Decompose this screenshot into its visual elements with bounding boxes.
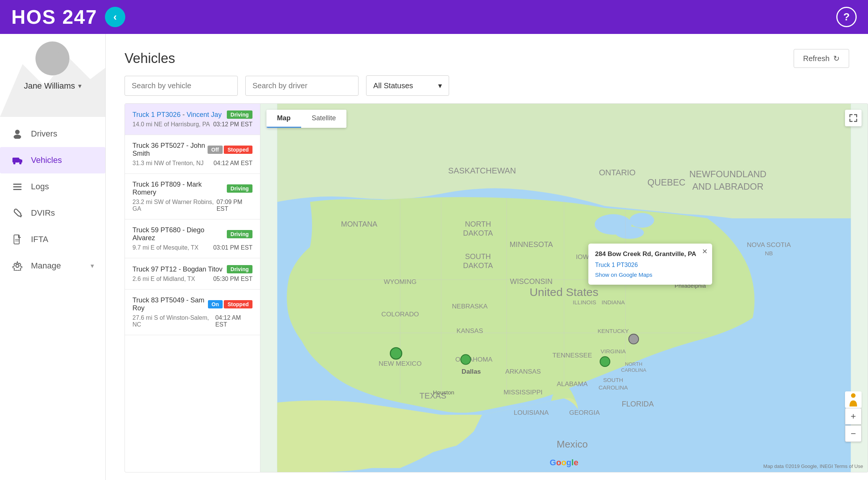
sidebar-item-drivers[interactable]: Drivers (0, 121, 105, 147)
help-button[interactable]: ? (836, 7, 857, 27)
svg-text:United States: United States (529, 285, 598, 298)
svg-text:ONTARIO: ONTARIO (599, 168, 636, 177)
svg-text:NEBRASKA: NEBRASKA (452, 302, 488, 310)
svg-text:COLORADO: COLORADO (382, 310, 419, 318)
map-tabs: Map Satellite (266, 110, 346, 128)
svg-text:MONTANA: MONTANA (341, 220, 377, 228)
status-filter-select[interactable]: All Statuses ▾ (366, 75, 449, 96)
svg-text:KANSAS: KANSAS (457, 327, 483, 334)
svg-point-2 (42, 62, 63, 72)
svg-text:MINNESOTA: MINNESOTA (509, 240, 553, 248)
refresh-button[interactable]: Refresh ↻ (794, 49, 849, 68)
svg-point-75 (461, 354, 471, 364)
svg-text:MISSISSIPPI: MISSISSIPPI (503, 388, 542, 396)
street-view-button[interactable] (845, 391, 862, 408)
popup-googlemaps-link[interactable]: Show on Google Maps (595, 271, 704, 278)
status-badge-on: On (208, 300, 223, 308)
sidebar-item-ifta[interactable]: IFTA (0, 226, 105, 253)
zoom-out-button[interactable]: − (845, 425, 862, 442)
page-title: Vehicles (125, 51, 175, 66)
vehicle-time: 03:12 PM EST (213, 121, 252, 128)
vehicle-name: Truck 83 PT5049 - Sam Roy (132, 296, 208, 312)
status-badge-stopped: Stopped (224, 300, 252, 308)
svg-text:Dallas: Dallas (462, 368, 481, 375)
sidebar-item-logs[interactable]: Logs (0, 173, 105, 200)
svg-text:SASKATCHEWAN: SASKATCHEWAN (448, 166, 516, 175)
vehicle-item-truck1[interactable]: Truck 1 PT3026 - Vincent Jay Driving 14.… (125, 104, 260, 135)
svg-point-76 (390, 348, 402, 359)
manage-chevron-icon: ▾ (91, 262, 94, 270)
search-driver-input[interactable] (245, 76, 359, 96)
vehicle-time: 03:01 PM EST (213, 244, 252, 251)
nav-label-ifta: IFTA (31, 235, 48, 244)
status-badge: Driving (227, 110, 252, 119)
svg-point-20 (615, 227, 644, 239)
svg-text:NEWFOUNDLAND: NEWFOUNDLAND (689, 169, 766, 179)
person-icon (11, 129, 23, 139)
back-button[interactable]: ‹ (105, 7, 125, 27)
svg-text:WISCONSIN: WISCONSIN (510, 277, 553, 285)
status-badge: Driving (227, 184, 252, 193)
nav-label-logs: Logs (31, 182, 49, 192)
svg-text:NORTH: NORTH (465, 220, 491, 228)
map-zoom-controls: + − (845, 408, 862, 442)
app-logo: HOS 247 (11, 6, 97, 28)
status-badge: Driving (227, 230, 252, 238)
profile-name-row[interactable]: Jane Williams ▾ (24, 81, 82, 91)
truck-id-link[interactable]: Truck 1 PT3026 (132, 111, 180, 118)
refresh-label: Refresh (803, 54, 830, 63)
map-attribution: Map data ©2019 Google, INEGI Terms of Us… (763, 463, 863, 469)
popup-truck-link[interactable]: Truck 1 PT3026 (595, 262, 704, 268)
svg-text:INDIANA: INDIANA (602, 299, 625, 305)
sidebar: Jane Williams ▾ Drivers Vehicles (0, 34, 106, 480)
tab-map[interactable]: Map (266, 110, 301, 128)
map-container[interactable]: United States Mexico NEWFOUNDLAND AND LA… (260, 103, 868, 472)
driver-name-link[interactable]: Vincent Jay (186, 111, 222, 118)
sidebar-nav: Drivers Vehicles Logs DVIRs (0, 117, 105, 480)
zoom-in-button[interactable]: + (845, 408, 862, 425)
vehicle-item-truck36[interactable]: Truck 36 PT5027 - John Smith Off Stopped… (125, 135, 260, 174)
svg-point-74 (600, 357, 610, 367)
nav-label-drivers: Drivers (31, 129, 57, 139)
svg-text:LOUISIANA: LOUISIANA (514, 409, 549, 416)
vehicle-name: Truck 97 PT12 - Bogdan Titov (132, 265, 222, 273)
svg-rect-10 (13, 186, 22, 187)
svg-point-16 (16, 264, 19, 267)
search-vehicle-input[interactable] (125, 76, 238, 96)
svg-text:ALABAMA: ALABAMA (557, 380, 588, 388)
status-badge-off: Off (208, 146, 223, 154)
svg-text:GEORGIA: GEORGIA (569, 409, 600, 416)
svg-point-19 (629, 213, 654, 228)
svg-point-8 (19, 162, 22, 164)
vehicle-item-truck59[interactable]: Truck 59 PT680 - Diego Alvarez Driving 9… (125, 219, 260, 258)
fullscreen-button[interactable] (845, 110, 862, 126)
vehicle-time: 07:09 PM EST (217, 199, 252, 212)
vehicle-item-truck16[interactable]: Truck 16 PT809 - Mark Romery Driving 23.… (125, 174, 260, 219)
sidebar-item-dvirs[interactable]: DVIRs (0, 200, 105, 226)
settings-icon (11, 261, 23, 271)
popup-close-button[interactable]: ✕ (702, 247, 708, 256)
sidebar-item-manage[interactable]: Manage ▾ (0, 253, 105, 279)
vehicle-location: 2.6 mi E of Midland, TX (132, 276, 195, 282)
vehicle-item-truck83[interactable]: Truck 83 PT5049 - Sam Roy On Stopped 27.… (125, 290, 260, 335)
profile-name: Jane Williams (24, 81, 75, 91)
vehicle-location: 31.3 mi NW of Trenton, NJ (132, 160, 204, 167)
nav-label-vehicles: Vehicles (31, 155, 62, 165)
sidebar-item-vehicles[interactable]: Vehicles (0, 147, 105, 173)
svg-text:NB: NB (765, 250, 773, 256)
vehicle-name: Truck 1 PT3026 - Vincent Jay (132, 111, 222, 119)
vehicle-time: 04:12 AM EST (215, 314, 252, 328)
svg-rect-9 (13, 184, 22, 185)
svg-text:CAROLINA: CAROLINA (621, 367, 646, 373)
google-logo: Google (550, 458, 579, 468)
svg-text:NEW MEXICO: NEW MEXICO (379, 360, 422, 367)
svg-text:AND LABRADOR: AND LABRADOR (693, 181, 763, 192)
svg-text:ARKANSAS: ARKANSAS (505, 368, 541, 375)
svg-marker-15 (18, 235, 21, 238)
svg-text:ILLINOIS: ILLINOIS (573, 299, 596, 305)
tab-satellite[interactable]: Satellite (301, 110, 346, 128)
vehicle-time: 04:12 AM EST (214, 160, 252, 167)
vehicle-time: 05:30 PM EST (213, 276, 252, 282)
vehicle-item-truck97[interactable]: Truck 97 PT12 - Bogdan Titov Driving 2.6… (125, 258, 260, 290)
svg-text:VIRGINIA: VIRGINIA (600, 348, 626, 354)
